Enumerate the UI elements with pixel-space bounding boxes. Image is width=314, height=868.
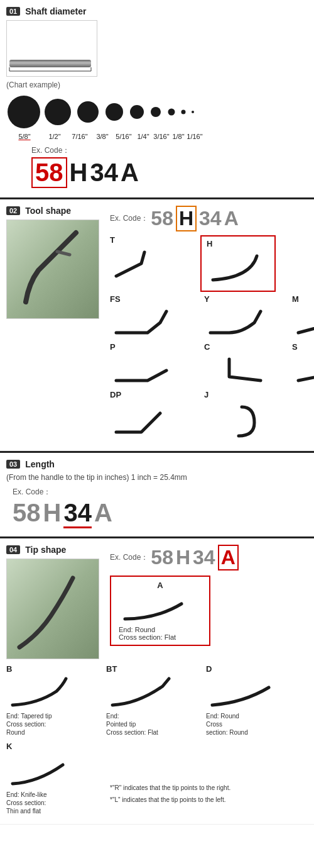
tip-D-label: D: [206, 664, 303, 674]
shape-FS-item: FS: [110, 294, 204, 341]
tool-photo-placeholder: [7, 220, 99, 319]
svg-point-12: [181, 110, 186, 114]
tip-BT-svg: [106, 674, 181, 710]
code3-58: 58: [13, 499, 41, 527]
ex-code-label-01: Ex. Code：: [31, 145, 70, 156]
tip-A-desc1: End: Round: [119, 626, 202, 633]
shape-P-svg: [110, 353, 192, 387]
section-02-header: 02 Tool shape: [6, 206, 104, 216]
tip-shape-BT-item: BT End:Pointed tipCross section: Flat: [106, 664, 203, 737]
size-label-516: 5/16": [113, 133, 134, 140]
size-label-58: 5/8": [8, 133, 41, 140]
tip-B-svg: [6, 674, 82, 710]
section-tip-shape: 04 Tip shape: [0, 538, 314, 825]
shape-C-svg: [204, 353, 279, 387]
ex-code-label-02: Ex. Code：: [110, 213, 148, 224]
code-H-01: H: [70, 159, 88, 187]
tip-A-label: A: [119, 581, 202, 590]
code2-34: 34: [199, 207, 222, 230]
code-A-01: A: [121, 159, 139, 187]
shape-S-svg: [292, 353, 314, 387]
shape-Y-svg: [204, 305, 279, 339]
tip-bottom-row-1: B End: Tapered tipCross section:Round BT…: [6, 664, 308, 737]
section-03-header: 03 Length: [6, 459, 308, 469]
tip-K-svg: [6, 751, 82, 789]
svg-point-8: [106, 103, 123, 121]
tip-shapes-area: Ex. Code： 58 H 34 A A End: Round Cross s…: [110, 545, 308, 651]
code3-H: H: [43, 499, 62, 527]
section-02-number: 02: [6, 206, 20, 215]
shape-M-label: M: [292, 294, 314, 304]
code-display-01: 58 H 34 A: [31, 157, 308, 188]
tip-A-svg: [119, 593, 200, 624]
tip-shape-D-item: D End: RoundCrosssection: Round: [206, 664, 303, 737]
shaft-image: [6, 20, 97, 77]
section-04-number: 04: [6, 545, 20, 554]
size-label-316: 3/16": [152, 133, 171, 140]
ex-code-row-01: Ex. Code：: [31, 145, 308, 156]
shape-DP-svg: [110, 401, 192, 438]
code3-34-box: 34: [63, 499, 92, 527]
shape-P-label: P: [110, 342, 204, 352]
shape-T-item: T: [110, 235, 198, 292]
section-04-title: Tip shape: [25, 545, 66, 555]
shape-H-item: H: [200, 235, 282, 292]
section-length: 03 Length (From the handle to the tip in…: [0, 453, 314, 537]
section-tool-shape: 02 Tool shape: [0, 199, 314, 451]
shape-S-item: S: [292, 342, 314, 389]
shape-FS-label: FS: [110, 294, 204, 304]
tip-B-desc: End: Tapered tipCross section:Round: [6, 712, 104, 737]
tip-D-svg: [206, 674, 281, 710]
shape-Y-label: Y: [204, 294, 292, 304]
ex-code-label-03: Ex. Code：: [13, 487, 51, 498]
ex-code-label-04: Ex. Code：: [110, 552, 148, 563]
size-label-38: 3/8": [92, 133, 113, 140]
tip-A-desc2: Cross section: Flat: [119, 633, 202, 641]
section-01-number: 01: [6, 7, 20, 16]
shape-J-svg: [204, 401, 279, 438]
shape-M-svg: [292, 305, 314, 339]
tip-footnote-area: *"R" indicates that the tip points to th…: [110, 742, 308, 803]
shape-H-highlighted: H: [200, 235, 276, 292]
tip-K-label: K: [6, 742, 104, 751]
code4-34: 34: [193, 546, 215, 569]
size-label-716: 7/16": [68, 133, 92, 140]
code4-58: 58: [151, 546, 173, 569]
tip-D-desc: End: RoundCrosssection: Round: [206, 712, 303, 737]
section-04-header: 04 Tip shape: [6, 545, 104, 555]
tip-shape-B-item: B End: Tapered tipCross section:Round: [6, 664, 104, 737]
code4-H: H: [176, 546, 190, 569]
svg-point-7: [77, 101, 99, 123]
code2-58: 58: [151, 207, 173, 230]
tip-BT-desc: End:Pointed tipCross section: Flat: [106, 712, 203, 737]
svg-point-5: [8, 96, 40, 128]
size-label-18: 1/8": [171, 133, 186, 140]
code-58-box: 58: [31, 157, 67, 188]
shape-C-label: C: [204, 342, 292, 352]
svg-rect-14: [7, 220, 99, 319]
size-label-14: 1/4": [134, 133, 152, 140]
svg-point-13: [192, 111, 194, 113]
chart-example-label: (Chart example): [6, 81, 308, 89]
section-03-number: 03: [6, 460, 20, 469]
shape-J-item: J: [204, 390, 292, 440]
shape-Y-item: Y: [204, 294, 292, 341]
section-01-title: Shaft diameter: [25, 6, 86, 16]
tip-photo-placeholder: [7, 559, 99, 659]
shape-T-label: T: [110, 235, 198, 245]
footnote-R: *"R" indicates that the tip points to th…: [110, 784, 308, 791]
ex-code-row-02: Ex. Code： 58 H 34 A: [110, 206, 314, 231]
shape-FS-svg: [110, 305, 192, 339]
shapes-row-2: FS Y M: [110, 294, 314, 341]
footnote-L: *"L" indicates that the tip points to th…: [110, 796, 308, 803]
shaft-diagram: [6, 21, 97, 76]
section-03-title: Length: [25, 459, 55, 469]
svg-rect-1: [9, 60, 91, 67]
size-label-12: 1/2": [41, 133, 68, 140]
shape-T-svg: [110, 246, 192, 282]
section-02-title: Tool shape: [25, 206, 71, 216]
shapes-row-1: T H: [110, 235, 314, 292]
ex-code-row-04: Ex. Code： 58 H 34 A: [110, 545, 308, 570]
svg-rect-0: [6, 21, 97, 76]
code4-A-box: A: [218, 545, 239, 570]
